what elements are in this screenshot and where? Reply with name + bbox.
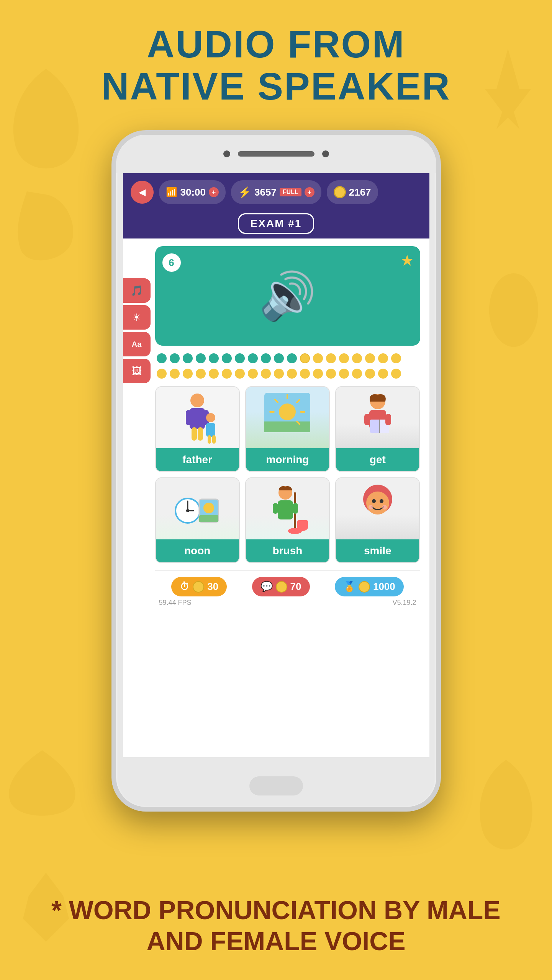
progress-dot-6 [235, 353, 245, 363]
progress-dot-28 [274, 369, 284, 379]
progress-dot-27 [261, 369, 271, 379]
coins-value: 2167 [349, 186, 371, 198]
progress-dot-37 [391, 369, 401, 379]
word-card-image-smile [336, 478, 419, 539]
game-header: 30:00 + ⚡ 3657 FULL + 2167 [123, 171, 429, 213]
side-toolbar: 🎵 ☀ Aa 🖼 [123, 278, 151, 383]
svg-rect-33 [199, 515, 218, 522]
word-card-image-morning [246, 387, 329, 448]
footer-text: * WORD PRONUNCIATION BY MALE AND FEMALE … [23, 895, 529, 957]
svg-point-47 [369, 505, 373, 510]
word-card-label-noon: noon [156, 539, 239, 562]
svg-point-44 [366, 492, 389, 514]
progress-dots [155, 353, 420, 379]
coins-stat: 2167 [327, 180, 378, 204]
svg-rect-12 [264, 421, 310, 432]
energy-plus[interactable]: + [305, 187, 314, 197]
music-icon: 🎵 [131, 285, 143, 297]
progress-dot-29 [287, 369, 297, 379]
home-button[interactable] [249, 776, 303, 795]
title-line1: AUDIO FROM [0, 23, 552, 65]
exam-label-wrapper: EXAM #1 [123, 213, 429, 238]
qa-coin [276, 581, 287, 593]
progress-dot-3 [196, 353, 206, 363]
music-button[interactable]: 🎵 [123, 278, 151, 303]
word-card-father[interactable]: father [155, 386, 240, 472]
progress-dot-33 [339, 369, 349, 379]
progress-dot-18 [391, 353, 401, 363]
word-card-label-brush: brush [246, 539, 329, 562]
word-card-label-smile: smile [336, 539, 419, 562]
progress-dot-21 [183, 369, 193, 379]
svg-rect-10 [212, 435, 216, 444]
word-card-noon[interactable]: noon [155, 477, 240, 563]
svg-rect-5 [192, 427, 197, 441]
audio-number-badge: 6 [161, 252, 182, 273]
title-line2: NATIVE SPEAKER [0, 65, 552, 107]
svg-rect-41 [273, 503, 278, 514]
word-card-morning[interactable]: morning [245, 386, 330, 472]
svg-point-48 [382, 505, 387, 510]
svg-rect-25 [364, 414, 370, 425]
reward-stat-pill[interactable]: 🏅 1000 [335, 577, 404, 596]
timer-stat: 30:00 + [159, 180, 226, 204]
progress-dot-35 [365, 369, 375, 379]
progress-dot-1 [170, 353, 180, 363]
timer-plus[interactable]: + [209, 187, 219, 197]
svg-point-45 [372, 499, 376, 503]
word-card-smile[interactable]: smile [335, 477, 420, 563]
progress-dot-14 [339, 353, 349, 363]
energy-value: 3657 [254, 186, 277, 198]
daily-stat-pill[interactable]: ⏱ 30 [171, 577, 227, 596]
reward-coin [359, 581, 370, 593]
qa-stat-pill[interactable]: 💬 70 [252, 577, 310, 596]
qa-icon: 💬 [260, 581, 273, 593]
phone-top-bar [116, 135, 436, 173]
svg-point-1 [190, 394, 204, 407]
speaker-icon: 🔊 [259, 269, 316, 323]
audio-card[interactable]: 6 ★ 🔊 [155, 246, 420, 346]
progress-dot-31 [313, 369, 323, 379]
svg-point-13 [279, 403, 296, 420]
svg-rect-42 [293, 503, 298, 514]
word-card-brush[interactable]: brush [245, 477, 330, 563]
progress-dot-2 [183, 353, 193, 363]
progress-dot-23 [209, 369, 219, 379]
word-cards-grid: father [155, 386, 420, 563]
image-button[interactable]: 🖼 [123, 359, 151, 383]
daily-coin [193, 581, 204, 593]
progress-dot-15 [352, 353, 362, 363]
progress-dot-13 [326, 353, 336, 363]
progress-dot-11 [300, 353, 310, 363]
progress-dot-19 [157, 369, 167, 379]
svg-rect-8 [206, 423, 215, 437]
wifi-icon [166, 187, 177, 198]
progress-dot-9 [274, 353, 284, 363]
word-card-label-morning: morning [246, 448, 329, 471]
bottom-stats-bar: ⏱ 30 💬 70 🏅 1000 [155, 570, 420, 603]
progress-dot-8 [261, 353, 271, 363]
image-icon: 🖼 [132, 365, 142, 377]
progress-dot-22 [196, 369, 206, 379]
back-button[interactable] [131, 181, 154, 204]
brightness-icon: ☀ [132, 312, 141, 323]
svg-rect-40 [297, 520, 308, 528]
progress-dot-30 [300, 369, 310, 379]
brightness-button[interactable]: ☀ [123, 305, 151, 330]
svg-rect-23 [370, 420, 380, 433]
version-label: V5.19.2 [392, 599, 416, 607]
word-card-image-father [156, 387, 239, 448]
energy-badge: FULL [280, 188, 301, 196]
fps-label: 59.44 FPS [159, 599, 192, 607]
progress-dot-5 [222, 353, 232, 363]
word-card-get[interactable]: get [335, 386, 420, 472]
phone-screen: 30:00 + ⚡ 3657 FULL + 2167 EXAM #1 [123, 171, 429, 757]
reward-value: 1000 [373, 581, 395, 593]
svg-point-46 [380, 499, 383, 503]
progress-dot-16 [365, 353, 375, 363]
star-badge: ★ [400, 252, 414, 269]
game-content: 6 ★ 🔊 [123, 238, 429, 614]
font-button[interactable]: Aa [123, 332, 151, 356]
progress-dot-32 [326, 369, 336, 379]
progress-dot-0 [157, 353, 167, 363]
